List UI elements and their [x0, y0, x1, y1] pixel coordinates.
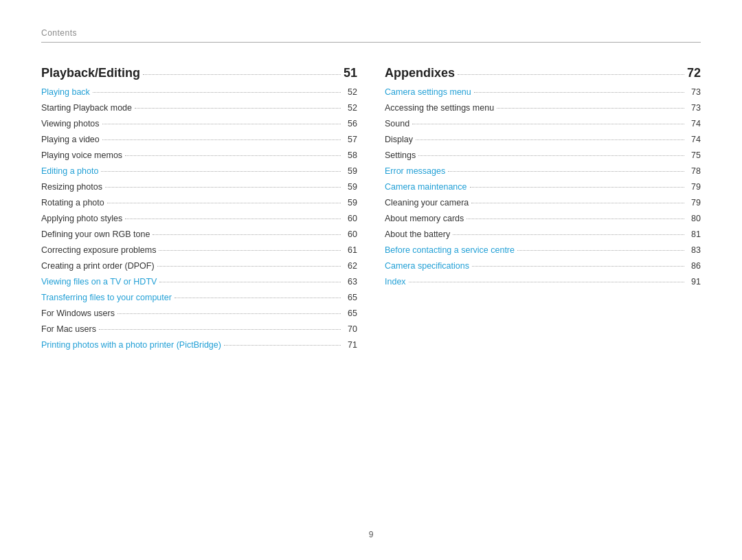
- toc-page: 65: [344, 291, 357, 304]
- toc-dots: [105, 187, 341, 188]
- toc-page: 74: [687, 117, 701, 131]
- toc-label: Sound: [385, 117, 409, 131]
- toc-dots: [412, 124, 684, 124]
- toc-label: Correcting exposure problems: [41, 243, 156, 257]
- header-title: Contents: [41, 28, 77, 38]
- toc-label: Cleaning your camera: [385, 196, 469, 210]
- left-toc-entry: Viewing files on a TV or HDTV63: [41, 275, 357, 289]
- left-section-title: Playback/Editing: [41, 63, 140, 83]
- right-column: Appendixes 72 Camera settings menu73Acce…: [385, 63, 701, 354]
- toc-page: 60: [344, 212, 357, 225]
- toc-page: 56: [344, 117, 357, 131]
- right-section-header: Appendixes 72: [385, 63, 701, 83]
- toc-label: Starting Playback mode: [41, 101, 132, 115]
- footer: 9: [0, 530, 742, 539]
- toc-dots: [497, 108, 684, 109]
- toc-label: Camera specifications: [385, 259, 469, 273]
- toc-page: 52: [344, 85, 357, 99]
- toc-label: Playing a video: [41, 133, 100, 146]
- right-toc-entry: Error messages78: [385, 164, 701, 178]
- toc-dots: [159, 282, 341, 282]
- left-toc-entry: Transferring files to your computer65: [41, 291, 357, 304]
- left-toc-entry: Printing photos with a photo printer (Pi…: [41, 338, 357, 352]
- toc-page: 59: [344, 196, 357, 210]
- toc-label: Camera maintenance: [385, 180, 467, 194]
- toc-dots: [470, 187, 684, 188]
- toc-label: Error messages: [385, 164, 445, 178]
- toc-label: For Windows users: [41, 306, 115, 320]
- header: Contents: [41, 27, 701, 43]
- toc-page: 65: [344, 306, 357, 320]
- toc-dots: [102, 124, 341, 124]
- content: Playback/Editing 51 Playing back52Starti…: [41, 63, 701, 354]
- toc-page: 78: [687, 164, 701, 178]
- toc-label: Index: [385, 275, 406, 289]
- left-toc-entry: Editing a photo59: [41, 164, 357, 178]
- page: Contents Playback/Editing 51 Playing bac…: [0, 0, 742, 560]
- left-toc-entry: Applying photo styles60: [41, 212, 357, 225]
- right-toc-entry: Before contacting a service centre83: [385, 243, 701, 257]
- toc-label: Transferring files to your computer: [41, 291, 172, 304]
- toc-dots: [448, 171, 684, 172]
- toc-page: 74: [687, 133, 701, 146]
- toc-page: 79: [687, 196, 701, 210]
- toc-label: Applying photo styles: [41, 212, 122, 225]
- right-section-title: Appendixes: [385, 63, 455, 83]
- toc-dots: [101, 171, 341, 172]
- toc-dots: [157, 266, 341, 267]
- left-toc-entry: Defining your own RGB tone60: [41, 227, 357, 241]
- left-toc-entry: Resizing photos59: [41, 180, 357, 194]
- toc-label: Defining your own RGB tone: [41, 227, 150, 241]
- toc-page: 79: [687, 180, 701, 194]
- left-toc-entry: Playing back52: [41, 85, 357, 99]
- left-toc-entry: Correcting exposure problems61: [41, 243, 357, 257]
- toc-page: 83: [687, 243, 701, 257]
- toc-label: About the battery: [385, 227, 450, 241]
- toc-dots: [175, 298, 341, 298]
- toc-page: 80: [687, 212, 701, 225]
- toc-page: 71: [344, 338, 357, 352]
- toc-page: 57: [344, 133, 357, 146]
- toc-dots: [474, 92, 684, 93]
- right-section-dots: [458, 74, 684, 75]
- toc-label: Playing voice memos: [41, 148, 122, 162]
- right-toc-entry: About the battery81: [385, 227, 701, 241]
- toc-page: 70: [344, 322, 357, 336]
- toc-label: Viewing photos: [41, 117, 100, 131]
- toc-label: Display: [385, 133, 413, 146]
- page-number: 9: [369, 530, 374, 539]
- toc-dots: [453, 234, 684, 235]
- toc-dots: [159, 250, 341, 251]
- toc-dots: [224, 345, 341, 346]
- toc-page: 59: [344, 180, 357, 194]
- toc-page: 63: [344, 275, 357, 289]
- toc-dots: [416, 139, 684, 140]
- toc-page: 73: [687, 85, 701, 99]
- toc-page: 73: [687, 101, 701, 115]
- toc-page: 61: [344, 243, 357, 257]
- left-section-page: 51: [344, 63, 357, 83]
- toc-dots: [409, 282, 684, 282]
- toc-label: Before contacting a service centre: [385, 243, 515, 257]
- right-toc-entry: Cleaning your camera79: [385, 196, 701, 210]
- toc-dots: [517, 250, 684, 251]
- right-toc-entry: Camera settings menu73: [385, 85, 701, 99]
- toc-dots: [117, 313, 341, 314]
- right-toc-entry: Display74: [385, 133, 701, 146]
- toc-label: Creating a print order (DPOF): [41, 259, 155, 273]
- right-toc-entry: Camera maintenance79: [385, 180, 701, 194]
- toc-label: Rotating a photo: [41, 196, 104, 210]
- toc-dots: [418, 155, 684, 156]
- left-toc-entry: For Windows users65: [41, 306, 357, 320]
- left-toc-entry: Starting Playback mode52: [41, 101, 357, 115]
- toc-page: 86: [687, 259, 701, 273]
- left-entries: Playing back52Starting Playback mode52Vi…: [41, 85, 357, 352]
- toc-dots: [472, 266, 684, 267]
- left-toc-entry: Playing a video57: [41, 133, 357, 146]
- toc-page: 62: [344, 259, 357, 273]
- toc-dots: [466, 219, 684, 219]
- right-toc-entry: Sound74: [385, 117, 701, 131]
- right-section-page: 72: [687, 63, 701, 83]
- right-toc-entry: About memory cards80: [385, 212, 701, 225]
- left-section-dots: [143, 74, 341, 75]
